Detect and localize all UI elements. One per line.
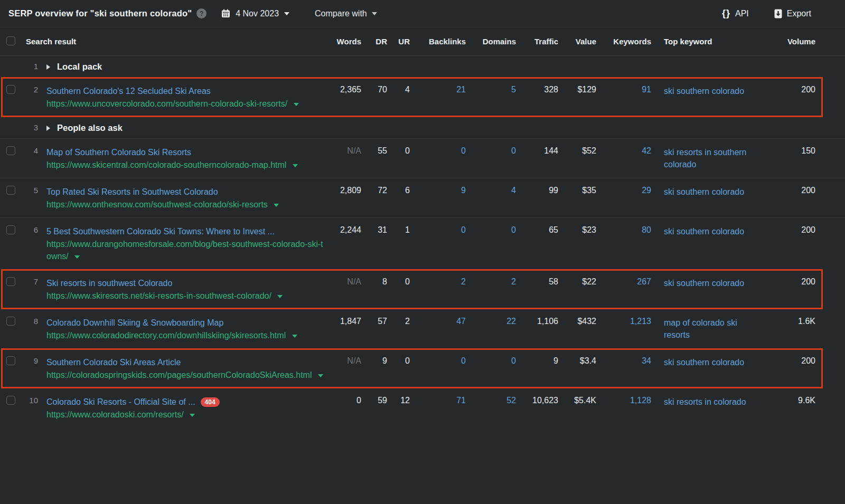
cell-keywords-link[interactable]: 91 <box>596 78 651 101</box>
compare-with-button[interactable]: Compare with <box>315 9 377 18</box>
column-header-top-keyword[interactable]: Top keyword <box>651 35 765 47</box>
cell-keywords-link[interactable]: 29 <box>596 178 651 202</box>
cell-value: $23 <box>558 218 596 242</box>
result-url[interactable]: https://www.uncovercolorado.com/southern… <box>46 98 327 110</box>
url-chevron-down-icon[interactable] <box>292 335 297 338</box>
column-header-keywords[interactable]: Keywords <box>596 37 651 46</box>
cell-backlinks-link[interactable]: 21 <box>410 78 466 101</box>
expand-chevron-right-icon[interactable] <box>46 126 50 131</box>
cell-keywords-link[interactable]: 34 <box>596 349 651 373</box>
row-checkbox[interactable] <box>6 85 15 94</box>
date-picker-button[interactable]: 4 Nov 2023 <box>221 9 289 18</box>
cell-words: N/A <box>327 270 361 293</box>
result-title-link[interactable]: 5 Best Southwestern Colorado Ski Towns: … <box>46 225 275 238</box>
url-chevron-down-icon[interactable] <box>274 204 279 207</box>
select-all-checkbox[interactable] <box>6 36 15 45</box>
cell-top-keyword-link[interactable]: ski resorts in colorado <box>651 388 765 415</box>
cell-domains-link[interactable]: 0 <box>466 218 516 242</box>
calendar-icon <box>221 9 230 18</box>
cell-keywords-link[interactable]: 1,213 <box>596 309 651 333</box>
result-title-link[interactable]: Colorado Downhill Skiing & Snowboarding … <box>46 317 223 329</box>
result-url-text: https://www.onthesnow.com/southwest-colo… <box>46 200 270 209</box>
help-icon[interactable]: ? <box>196 8 206 18</box>
row-checkbox[interactable] <box>6 396 15 405</box>
cell-keywords-link[interactable]: 267 <box>596 270 651 293</box>
cell-top-keyword-link[interactable]: ski southern colorado <box>651 270 765 296</box>
table-row: 7 Ski resorts in southwest Colorado http… <box>0 269 845 309</box>
cell-domains-link[interactable]: 52 <box>466 388 516 412</box>
column-header-domains[interactable]: Domains <box>466 37 516 46</box>
row-checkbox[interactable] <box>6 277 15 286</box>
result-url-text: https://www.skicentral.com/colorado-sout… <box>46 160 289 169</box>
cell-value: $129 <box>558 78 596 101</box>
cell-top-keyword-link[interactable]: ski resorts in southern colorado <box>651 139 765 177</box>
cell-domains-link[interactable]: 22 <box>466 309 516 333</box>
api-label: API <box>735 9 749 18</box>
column-header-value[interactable]: Value <box>558 37 596 46</box>
result-url[interactable]: https://www.coloradoski.com/resorts/ <box>46 408 327 421</box>
result-url[interactable]: https://www.coloradodirectory.com/downhi… <box>46 329 327 341</box>
cell-domains-link[interactable]: 5 <box>466 78 516 101</box>
result-url[interactable]: https://www.onthesnow.com/southwest-colo… <box>46 198 327 211</box>
cell-volume: 200 <box>765 349 845 373</box>
cell-keywords-link[interactable]: 1,128 <box>596 388 651 412</box>
cell-backlinks-link[interactable]: 0 <box>410 139 466 163</box>
cell-backlinks-link[interactable]: 0 <box>410 218 466 242</box>
cell-backlinks-link[interactable]: 47 <box>410 309 466 333</box>
url-chevron-down-icon[interactable] <box>190 414 195 417</box>
export-button[interactable]: Export <box>774 9 811 18</box>
row-checkbox[interactable] <box>6 186 15 195</box>
result-url-text: https://www.uncovercolorado.com/southern… <box>46 99 290 108</box>
column-header-search-result[interactable]: Search result <box>23 37 327 46</box>
cell-domains-link[interactable]: 2 <box>466 270 516 293</box>
result-url[interactable]: https://www.durangohomesforsale.com/blog… <box>46 238 327 262</box>
cell-top-keyword-link[interactable]: map of colorado ski resorts <box>651 309 765 348</box>
cell-top-keyword-link[interactable]: ski southern colorado <box>651 349 765 375</box>
result-title-link[interactable]: Colorado Ski Resorts - Official Site of … <box>46 396 195 408</box>
url-chevron-down-icon[interactable] <box>318 374 323 377</box>
result-title-link[interactable]: Map of Southern Colorado Ski Resorts <box>46 146 191 159</box>
cell-domains-link[interactable]: 0 <box>466 139 516 163</box>
serp-table: Search result Words DR UR Backlinks Doma… <box>0 27 845 427</box>
result-url-text: https://www.skiresorts.net/ski-resorts-i… <box>46 291 274 300</box>
cell-backlinks-link[interactable]: 71 <box>410 388 466 412</box>
serp-feature-row[interactable]: 1 Local pack <box>0 56 845 77</box>
serp-feature-row[interactable]: 3 People also ask <box>0 117 845 138</box>
cell-domains-link[interactable]: 0 <box>466 349 516 373</box>
row-checkbox[interactable] <box>6 146 15 155</box>
url-chevron-down-icon[interactable] <box>74 255 80 259</box>
table-row: 10 Colorado Ski Resorts - Official Site … <box>0 388 845 427</box>
cell-keywords-link[interactable]: 42 <box>596 139 651 163</box>
cell-backlinks-link[interactable]: 2 <box>410 270 466 293</box>
url-chevron-down-icon[interactable] <box>294 103 299 106</box>
cell-domains-link[interactable]: 4 <box>466 178 516 202</box>
row-checkbox[interactable] <box>6 317 15 326</box>
cell-words: 2,365 <box>327 78 361 101</box>
column-header-dr[interactable]: DR <box>361 37 387 46</box>
cell-keywords-link[interactable]: 80 <box>596 218 651 242</box>
url-chevron-down-icon[interactable] <box>293 164 298 167</box>
result-title-link[interactable]: Southern Colorado Ski Areas Article <box>46 356 181 369</box>
result-title-link[interactable]: Southern Colorado's 12 Secluded Ski Area… <box>46 85 211 98</box>
row-checkbox[interactable] <box>6 356 15 365</box>
cell-dr: 31 <box>361 218 387 242</box>
result-title-link[interactable]: Top Rated Ski Resorts in Southwest Color… <box>46 186 218 198</box>
expand-chevron-right-icon[interactable] <box>46 64 50 70</box>
column-header-ur[interactable]: UR <box>387 37 410 46</box>
cell-top-keyword-link[interactable]: ski southern colorado <box>651 218 765 244</box>
cell-top-keyword-link[interactable]: ski southern colorado <box>651 78 765 104</box>
row-checkbox[interactable] <box>6 225 15 234</box>
url-chevron-down-icon[interactable] <box>277 295 283 298</box>
column-header-volume[interactable]: Volume <box>765 37 845 46</box>
cell-backlinks-link[interactable]: 0 <box>410 349 466 373</box>
api-button[interactable]: {} API <box>722 8 749 19</box>
column-header-words[interactable]: Words <box>327 37 361 46</box>
result-url[interactable]: https://www.skiresorts.net/ski-resorts-i… <box>46 290 327 302</box>
result-url[interactable]: https://coloradospringskids.com/pages/so… <box>46 369 327 381</box>
cell-top-keyword-link[interactable]: ski southern colorado <box>651 178 765 205</box>
column-header-backlinks[interactable]: Backlinks <box>410 37 466 46</box>
result-url[interactable]: https://www.skicentral.com/colorado-sout… <box>46 159 327 171</box>
result-title-link[interactable]: Ski resorts in southwest Colorado <box>46 277 172 290</box>
cell-backlinks-link[interactable]: 9 <box>410 178 466 202</box>
column-header-traffic[interactable]: Traffic <box>516 37 558 46</box>
